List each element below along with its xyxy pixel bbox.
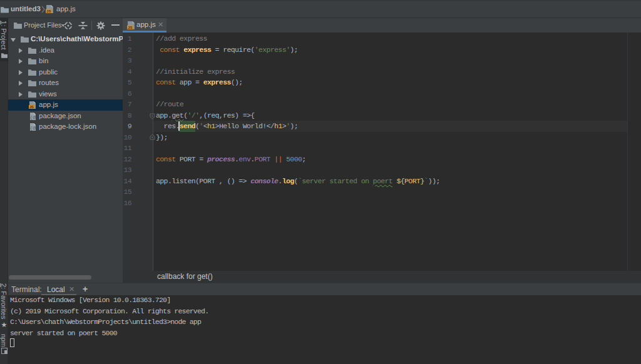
svg-text:JS: JS <box>46 9 51 13</box>
svg-text:{@}: {@} <box>30 125 37 131</box>
svg-text:JS: JS <box>29 105 34 109</box>
svg-text:{@}: {@} <box>30 114 37 120</box>
svg-text:JS: JS <box>128 26 132 29</box>
